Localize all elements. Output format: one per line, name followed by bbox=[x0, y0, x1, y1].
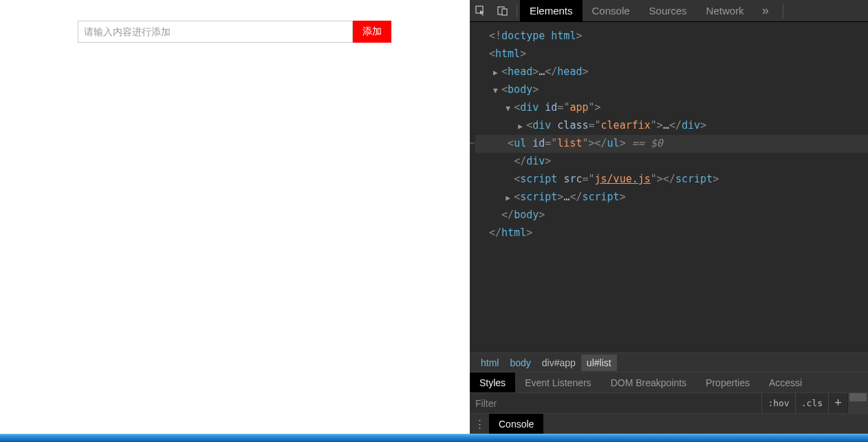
styles-pane-tabs: Styles Event Listeners DOM Breakpoints P… bbox=[470, 372, 868, 392]
devtools-panel: Elements Console Sources Network » <!doc… bbox=[470, 0, 868, 434]
breadcrumb-body[interactable]: body bbox=[504, 357, 536, 368]
styles-tab-dom-breakpoints[interactable]: DOM Breakpoints bbox=[601, 372, 696, 392]
breadcrumb-div-app[interactable]: div#app bbox=[536, 357, 581, 368]
tab-console[interactable]: Console bbox=[583, 0, 640, 22]
dom-line-head[interactable]: ▶<head>…</head> bbox=[475, 63, 868, 81]
styles-tab-event-listeners[interactable]: Event Listeners bbox=[515, 372, 601, 392]
dom-line-script2[interactable]: ▶<script>…</script> bbox=[475, 189, 868, 207]
windows-taskbar[interactable] bbox=[0, 434, 868, 442]
devtools-toolbar: Elements Console Sources Network » bbox=[470, 0, 868, 22]
tab-sources[interactable]: Sources bbox=[640, 0, 697, 22]
dom-line-html-open[interactable]: <html> bbox=[475, 45, 868, 63]
device-toggle-icon[interactable] bbox=[492, 0, 514, 22]
dom-line-div-app-open[interactable]: ▼<div id="app"> bbox=[475, 99, 868, 117]
dom-line-div-app-close[interactable]: </div> bbox=[475, 153, 868, 171]
styles-tab-properties[interactable]: Properties bbox=[696, 372, 759, 392]
toolbar-separator bbox=[517, 5, 517, 17]
elements-tree[interactable]: <!doctype html> <html> ▶<head>…</head> ▼… bbox=[470, 22, 868, 352]
add-button[interactable]: 添加 bbox=[353, 21, 391, 43]
styles-tab-accessibility[interactable]: Accessi bbox=[759, 372, 812, 392]
breadcrumb-ul-list[interactable]: ul#list bbox=[581, 355, 617, 371]
dom-line-div-clearfix[interactable]: ▶<div class="clearfix">…</div> bbox=[475, 117, 868, 135]
inspect-element-icon[interactable] bbox=[470, 0, 492, 22]
elements-breadcrumb: html body div#app ul#list bbox=[470, 352, 868, 372]
styles-filter-row: :hov .cls + bbox=[470, 392, 868, 413]
hov-toggle[interactable]: :hov bbox=[761, 393, 794, 413]
dom-line-body-close[interactable]: </body> bbox=[475, 207, 868, 224]
svg-rect-2 bbox=[502, 9, 507, 15]
styles-scrollbar[interactable] bbox=[847, 393, 868, 413]
cls-toggle[interactable]: .cls bbox=[795, 393, 828, 413]
tab-network[interactable]: Network bbox=[697, 0, 754, 22]
new-style-rule-icon[interactable]: + bbox=[828, 393, 847, 413]
dom-line-script-src[interactable]: <script src="js/vue.js"></script> bbox=[475, 171, 868, 189]
dom-line-doctype[interactable]: <!doctype html> bbox=[475, 28, 868, 45]
dom-line-html-close[interactable]: </html> bbox=[475, 224, 868, 242]
tabs-overflow-icon[interactable]: » bbox=[754, 3, 777, 18]
styles-filter-input[interactable] bbox=[470, 393, 761, 413]
dom-line-body-open[interactable]: ▼<body> bbox=[475, 81, 868, 99]
tab-elements[interactable]: Elements bbox=[520, 0, 583, 22]
drawer-tab-console[interactable]: Console bbox=[489, 414, 543, 434]
add-form: 添加 bbox=[78, 21, 391, 43]
toolbar-separator bbox=[783, 3, 783, 19]
devtools-tabs: Elements Console Sources Network bbox=[520, 0, 754, 22]
content-input[interactable] bbox=[78, 21, 353, 43]
console-drawer: ⋮ Console bbox=[470, 413, 868, 434]
breadcrumb-html[interactable]: html bbox=[475, 357, 504, 368]
styles-tab-styles[interactable]: Styles bbox=[470, 372, 515, 392]
dom-line-ul-list[interactable]: ⋯ <ul id="list"></ul> == $0 bbox=[475, 135, 868, 153]
drawer-menu-icon[interactable]: ⋮ bbox=[470, 418, 489, 430]
rendered-page: 添加 bbox=[0, 0, 470, 434]
